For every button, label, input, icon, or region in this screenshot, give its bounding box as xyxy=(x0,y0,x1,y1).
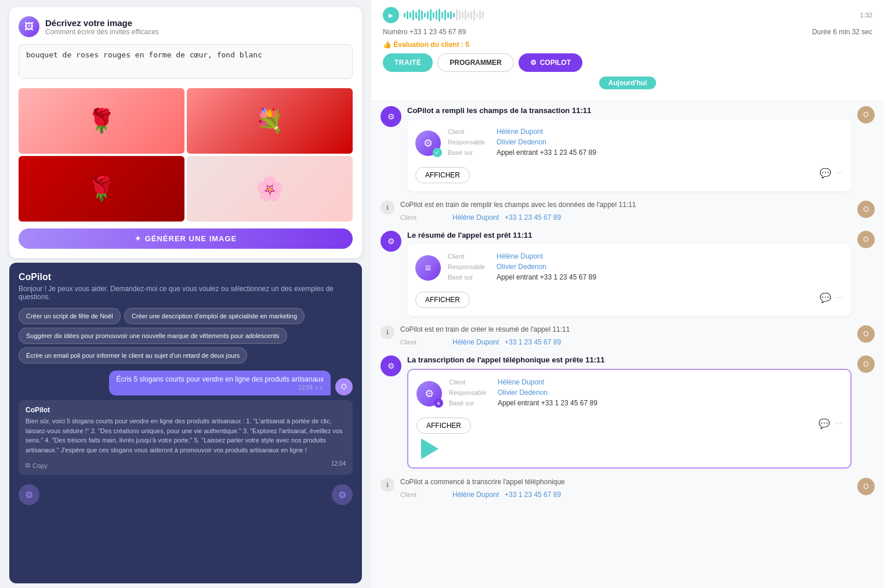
wbar xyxy=(473,9,475,21)
client-label-2b: Client xyxy=(400,339,447,346)
responsable-value-2: Olivier Dedenon xyxy=(497,263,546,271)
wbar xyxy=(470,11,472,19)
user-message-time: 12:04 ✓✓ xyxy=(116,384,324,391)
generated-image-4: 🌸 xyxy=(187,156,353,222)
wbar xyxy=(447,12,449,18)
today-row: Aujourd'hui xyxy=(383,72,872,94)
image-gen-input[interactable]: bouquet de roses rouges en forme de cœur… xyxy=(19,44,353,79)
chat-action-icon-1[interactable]: 💬 xyxy=(820,168,831,179)
bot-message-block: CoPilot Bien sûr, voici 5 slogans courts… xyxy=(19,400,353,475)
feed-event-3b: ℹ CoPilot a commencé à transcrire l'appe… xyxy=(381,478,875,503)
client-label-3b: Client xyxy=(400,491,447,498)
image-generator-card: 🖼 Décrivez votre image Comment écrire de… xyxy=(9,7,362,258)
feed-event-2-meta: Client Hélène Dupont Responsable Olivier… xyxy=(448,252,843,284)
audio-phone: Numéro +33 1 23 45 67 89 xyxy=(383,28,466,36)
more-action-icon-2[interactable]: ··· xyxy=(836,292,843,303)
generate-image-button[interactable]: ✦ GÉNÉRER UNE IMAGE xyxy=(19,228,353,249)
feed-event-3-card: ⚙ A Client Hélène Dupont Responsable Oli… xyxy=(407,369,852,469)
feed-event-3-meta: Client Hélène Dupont Responsable Olivier… xyxy=(449,378,842,409)
feed-event-1-title: CoPilot a rempli les champs de la transa… xyxy=(407,106,852,115)
responsable-label-3: Responsable xyxy=(449,389,495,396)
copy-icon: ⧉ xyxy=(26,462,30,469)
feed-event-2b: ℹ CoPilot est en train de créer le résum… xyxy=(381,325,875,351)
image-gen-title: Décrivez votre image xyxy=(45,18,159,28)
user-avatar: O xyxy=(335,378,353,395)
feed-event-1-card: ⚙ ✓ Client Hélène Dupont Responsable Oli… xyxy=(407,119,852,191)
client-info-1b: Client Hélène Dupont +33 1 23 45 67 89 xyxy=(400,213,852,222)
audio-section: ▶ xyxy=(371,0,884,101)
wbar xyxy=(410,12,411,18)
afficher-button-3[interactable]: AFFICHER xyxy=(416,418,471,434)
chat-icon-left[interactable]: ⚙ xyxy=(19,484,39,505)
waveform-bars xyxy=(404,8,856,22)
chat-action-icon-3[interactable]: 💬 xyxy=(818,418,830,429)
image-gen-header: 🖼 Décrivez votre image Comment écrire de… xyxy=(19,16,353,37)
generated-image-2: 💐 xyxy=(187,88,353,154)
copilot-avatar-2: ≡ xyxy=(415,255,441,281)
audio-play-button[interactable]: ▶ xyxy=(383,7,399,23)
afficher-button-2[interactable]: AFFICHER xyxy=(415,292,470,308)
more-action-icon-1[interactable]: ··· xyxy=(836,168,843,178)
feed-event-2: ⚙ Le résumé de l'appel est prêt 11:11 ≡ … xyxy=(381,231,875,316)
traite-button[interactable]: TRAITÉ xyxy=(383,53,433,72)
wbar xyxy=(465,10,466,20)
info-text-1b: CoPilot est en train de remplir les cham… xyxy=(400,201,636,209)
wbar xyxy=(450,11,452,19)
feed-avatar-right-3b: O xyxy=(857,478,875,495)
responsable-value-3: Olivier Dedenon xyxy=(498,389,548,397)
feed-event-2-title: Le résumé de l'appel est prêt 11:11 xyxy=(407,231,852,239)
wbar xyxy=(462,12,463,19)
generate-icon: ✦ xyxy=(135,234,142,243)
feed-event-3-content: La transcription de l'appel téléphonique… xyxy=(407,355,852,469)
feed-event-3-icon: ⚙ xyxy=(381,355,401,376)
copy-button[interactable]: ⧉ Copy xyxy=(26,462,48,469)
suggestion-btn-2[interactable]: Créer une description d'emploi de spécia… xyxy=(124,308,305,324)
right-panel: ▶ xyxy=(371,0,884,588)
client-value-2: Hélène Dupont xyxy=(497,252,543,260)
afficher-button-1[interactable]: AFFICHER xyxy=(415,167,470,183)
client-label-3: Client xyxy=(449,379,495,386)
feed-actions-3: 💬 ··· xyxy=(818,418,842,429)
client-name-1b: Hélène Dupont xyxy=(452,213,499,222)
image-gen-grid: 🌹 💐 🌹 🌸 xyxy=(19,88,353,222)
info-icon-1b: ℹ xyxy=(381,201,394,215)
bot-response: Bien sûr, voici 5 slogans courts pour ve… xyxy=(26,416,346,455)
client-label-1: Client xyxy=(448,128,494,135)
audio-rating: 👍 Évaluation du client : 5 xyxy=(383,41,872,49)
client-label-2: Client xyxy=(448,253,494,260)
copilot-avatar-1: ⚙ ✓ xyxy=(415,130,441,156)
responsable-label-1: Responsable xyxy=(448,139,494,146)
responsable-value-1: Olivier Dedenon xyxy=(497,138,546,146)
more-action-icon-3[interactable]: ··· xyxy=(835,418,842,429)
copilot-button[interactable]: ⚙ COPILOT xyxy=(519,53,582,72)
wbar xyxy=(456,9,458,21)
wbar xyxy=(468,12,469,18)
copilot-chat-card: CoPilot Bonjour ! Je peux vous aider. De… xyxy=(9,263,362,583)
avatar-text-3: A xyxy=(434,398,443,408)
suggestion-btn-3[interactable]: Suggérer dix idées pour promouvoir une n… xyxy=(19,328,287,344)
image-gen-icon: 🖼 xyxy=(19,16,39,37)
suggestion-btn-1[interactable]: Créer un script de fête de Noël xyxy=(19,308,121,324)
feed-event-2-row: ≡ Client Hélène Dupont Responsable Olivi… xyxy=(415,252,843,284)
client-name-3b: Hélène Dupont xyxy=(452,491,499,499)
wbar xyxy=(436,10,437,20)
play-triangle-3[interactable] xyxy=(421,438,439,459)
today-badge: Aujourd'hui xyxy=(599,77,657,89)
basesur-value-2: Appel entrant +33 1 23 45 67 89 xyxy=(497,273,596,281)
chat-icon-right[interactable]: ⚙ xyxy=(332,484,353,505)
audio-duration: Durée 6 min 32 sec xyxy=(812,28,872,36)
info-text-3b: CoPilot a commencé à transcrire l'appel … xyxy=(400,478,565,486)
suggestion-btn-4[interactable]: Écrire un email poli pour informer le cl… xyxy=(19,347,247,364)
feed-event-3b-content: CoPilot a commencé à transcrire l'appel … xyxy=(400,478,852,503)
client-phone-2b: +33 1 23 45 67 89 xyxy=(505,338,561,346)
programmer-button[interactable]: PROGRAMMER xyxy=(437,53,513,72)
chat-action-icon-2[interactable]: 💬 xyxy=(820,292,831,303)
wbar xyxy=(430,9,432,21)
responsable-label-2: Responsable xyxy=(448,263,494,270)
wbar xyxy=(433,12,434,18)
feed-avatar-right-2: O xyxy=(857,231,875,248)
feed-event-3-title: La transcription de l'appel téléphonique… xyxy=(407,355,852,364)
feed-event-3-row: ⚙ A Client Hélène Dupont Responsable Oli… xyxy=(416,378,842,409)
audio-time-end: 1:32 xyxy=(860,12,872,19)
feed-avatar-right-2b: O xyxy=(857,325,875,343)
